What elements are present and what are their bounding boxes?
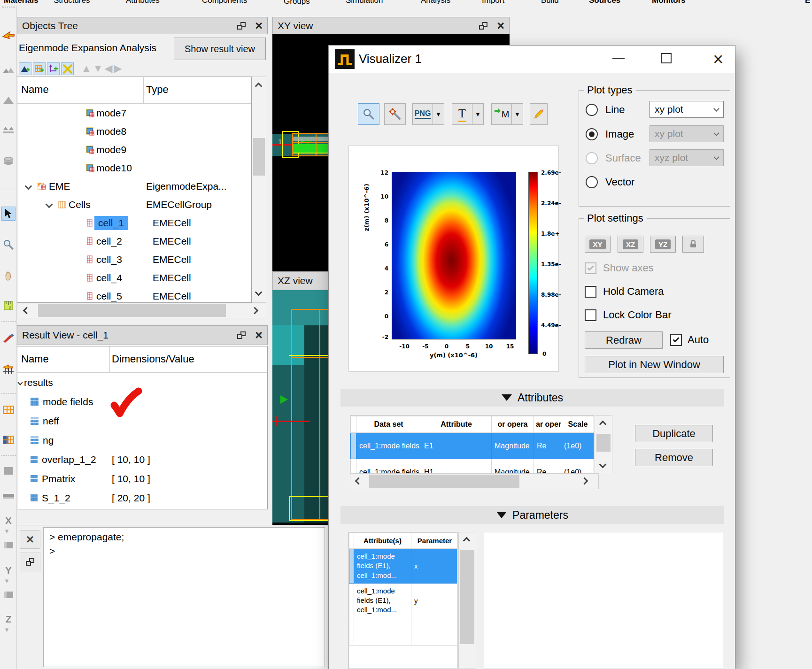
knife-icon[interactable] (1, 331, 15, 346)
attributes-table[interactable]: Data set Attribute or opera ar opera Sca… (350, 415, 594, 473)
lock-plane-button[interactable] (682, 236, 704, 253)
move-up-icon[interactable]: ▲ (81, 62, 92, 75)
menu-item-materials[interactable]: Materials (4, 0, 39, 5)
tree-vscrollbar[interactable] (252, 77, 266, 303)
float-panel-icon[interactable] (237, 331, 246, 339)
parameters-table[interactable]: Attribute(s) Parameter cell_1:mode field… (348, 532, 457, 669)
export-png-button[interactable]: PNG (412, 103, 433, 125)
result-row-pmatrix[interactable]: Pmatrix [ 10, 10 ] (17, 469, 267, 488)
menu-item-components[interactable]: Components (202, 0, 247, 5)
mountain-icon[interactable] (1, 93, 15, 107)
attr-col-vector-op[interactable]: or opera (492, 416, 534, 433)
view-block2-icon[interactable] (1, 489, 15, 503)
menu-item-sources[interactable]: Sources (589, 0, 620, 5)
move-left-icon[interactable]: ◀ (105, 62, 113, 75)
result-view-header[interactable]: Result View - cell_1 × (17, 325, 268, 345)
plot-type-vector[interactable]: Vector (586, 176, 634, 188)
tree-col-type[interactable]: Type (146, 84, 169, 96)
split-block-icon[interactable] (1, 538, 15, 552)
tree-row-cell-3[interactable]: cell_3 EMECell (17, 250, 251, 269)
mountains-icon[interactable] (1, 63, 15, 77)
add-text-button[interactable]: T (452, 103, 472, 125)
hold-camera-row[interactable]: Hold Camera (585, 285, 664, 298)
parameter-row-x[interactable]: cell_1:mode fields (E1), cell_1:mod... x (349, 549, 458, 584)
export-matlab-dropdown[interactable]: ▼ (511, 103, 523, 125)
xz-plane-button[interactable]: XZ (618, 236, 643, 253)
tree-row-cells[interactable]: Cells EMECellGroup (17, 195, 251, 214)
plot-in-new-window-button[interactable]: Plot in New Window (585, 356, 724, 373)
menu-item-structures[interactable]: Structures (54, 0, 90, 5)
tree-row-mode10[interactable]: mode10 (17, 159, 251, 177)
result-row-s12[interactable]: S_1_2 [ 20, 20 ] (17, 488, 267, 508)
select-arrow-icon[interactable] (1, 207, 15, 221)
axis-fence-icon[interactable] (1, 362, 15, 377)
y-axis-view-button[interactable]: Y (1, 563, 15, 577)
pan-hand-icon[interactable] (1, 269, 15, 283)
plot-type-line[interactable]: Line (586, 104, 625, 116)
cylinder-icon[interactable] (1, 154, 15, 168)
console-close-button[interactable]: × (20, 530, 40, 549)
xy-plane-button[interactable]: XY (585, 236, 611, 253)
yz-plane-button[interactable]: YZ (650, 236, 676, 253)
parameter-row-y[interactable]: cell_1:mode fields (E1), cell_1:mod... y (349, 583, 458, 618)
param-col-parameter[interactable]: Parameter (411, 533, 458, 549)
lock-color-bar-row[interactable]: Lock Color Bar (585, 309, 672, 321)
menu-item-build[interactable]: Build (541, 0, 559, 5)
result-row-overlap[interactable]: overlap_1_2 [ 10, 10 ] (17, 450, 267, 469)
attribute-row-e1[interactable]: cell_1:mode fields E1 Magnitude Re (1e0) (351, 433, 595, 459)
result-col-name[interactable]: Name (21, 353, 49, 365)
tree-row-cell-5[interactable]: cell_5 EMECell (17, 287, 251, 303)
vector-radio[interactable] (586, 176, 598, 188)
parameters-section-header[interactable]: Parameters (340, 506, 724, 524)
parameter-row-partial[interactable] (349, 618, 458, 645)
mesh-override-icon[interactable] (1, 433, 15, 447)
move-down-icon[interactable]: ▼ (93, 62, 103, 75)
expander-icon[interactable] (25, 183, 32, 190)
tree-col-name[interactable]: Name (21, 84, 49, 96)
menu-item-simulation[interactable]: Simulation (346, 0, 383, 5)
mesh-orange-icon[interactable] (1, 403, 15, 417)
attr-col-data-set[interactable]: Data set (356, 416, 421, 433)
tree-row-cell-1[interactable]: cell_1 EMECell (17, 214, 251, 232)
result-row-mode-fields[interactable]: mode fields (17, 392, 267, 411)
image-radio[interactable] (586, 128, 598, 140)
float-panel-icon[interactable] (237, 22, 246, 30)
attributes-vscrollbar[interactable] (595, 415, 612, 473)
tree-row-cell-4[interactable]: cell_4 EMECell (17, 269, 251, 287)
result-row-ng[interactable]: ng (17, 431, 267, 450)
hold-camera-checkbox[interactable] (585, 286, 596, 298)
maximize-icon[interactable] (661, 53, 672, 63)
console-float-button[interactable] (20, 553, 40, 571)
menu-item-analysis[interactable]: Analysis (421, 0, 450, 5)
x-axis-dropdown-icon[interactable]: ▼ (4, 528, 10, 535)
group-icon[interactable] (1, 123, 15, 137)
attribute-row-h1[interactable]: cell_1:mode fields H1 Magnitude Re (1e0) (351, 459, 595, 474)
attributes-section-header[interactable]: Attributes (340, 389, 724, 407)
attributes-hscrollbar[interactable] (350, 473, 599, 489)
move-right-icon[interactable]: ▶ (114, 62, 122, 75)
z-axis-dropdown-icon[interactable]: ▼ (4, 626, 10, 633)
add-mesh-icon[interactable] (33, 62, 46, 75)
delete-object-icon[interactable] (61, 62, 74, 75)
remove-button[interactable]: Remove (635, 449, 713, 466)
show-result-view-button[interactable]: Show result view (174, 38, 266, 60)
objects-tree-header[interactable]: Objects Tree × (17, 17, 268, 34)
result-col-value[interactable]: Dimensions/Value (112, 353, 194, 365)
attr-col-scalar-op[interactable]: ar opera (534, 416, 561, 433)
tree-row-cell-2[interactable]: cell_2 EMECell (17, 232, 251, 250)
ruler-icon[interactable]: 2 (1, 299, 15, 313)
export-matlab-button[interactable]: M (491, 103, 512, 125)
close-panel-icon[interactable]: × (497, 21, 504, 31)
console-text-area[interactable]: > emepropagate; > (43, 527, 325, 667)
redraw-button[interactable]: Redraw (585, 331, 663, 349)
plot-type-image[interactable]: Image (586, 128, 634, 140)
minimize-icon[interactable] (612, 58, 625, 59)
xy-view-header[interactable]: XY view × (272, 17, 510, 34)
pan-zoom-button[interactable] (384, 103, 406, 125)
toolbar-grip[interactable] (2, 7, 15, 9)
menu-item-attributes[interactable]: Attributes (126, 0, 160, 5)
x-axis-view-button[interactable]: X (1, 514, 15, 528)
add-analysis-group-icon[interactable] (19, 62, 31, 75)
close-panel-icon[interactable]: × (255, 21, 263, 31)
collapse-attributes-icon[interactable] (502, 394, 512, 401)
